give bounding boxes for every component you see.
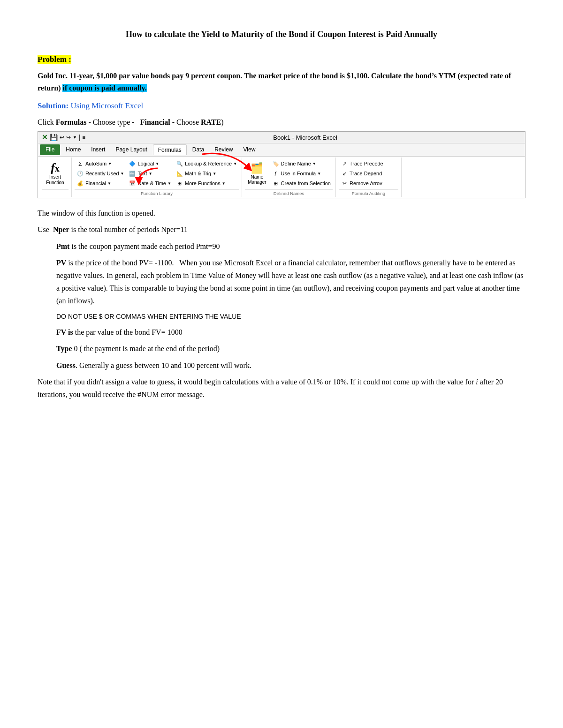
trace-dependents-icon: ↙ [341, 170, 348, 177]
formula-auditing-group-label: Formula Auditing [339, 189, 398, 196]
dropdown-icon: ▼ [73, 135, 77, 140]
logical-button[interactable]: 🔷 Logical ▼ [127, 159, 173, 168]
customize-icon: ≡ [83, 135, 85, 140]
excel-menu-bar: File Home Insert Page Layout Formulas Da… [38, 143, 525, 157]
date-time-arrow: ▼ [167, 181, 171, 186]
formula-auditing-group: ↗ Trace Precede ↙ Trace Depend ✂ Remove … [336, 158, 402, 197]
recently-used-button[interactable]: 🕐 Recently Used ▼ [75, 169, 126, 178]
name-manager-label: NameManager [248, 174, 266, 185]
define-name-button[interactable]: 🏷️ Define Name ▼ [270, 159, 333, 168]
tab-formulas[interactable]: Formulas [153, 144, 187, 155]
tab-home[interactable]: Home [61, 144, 85, 155]
tab-page-layout[interactable]: Page Layout [111, 144, 152, 155]
tab-view[interactable]: View [239, 144, 260, 155]
do-not-text: DO NOT USE $ OR COMMAS WHEN ENTERING THE… [56, 311, 525, 323]
more-functions-button[interactable]: ⊞ More Functions ▼ [174, 179, 239, 188]
window-opened-text: The window of this function is opened. [38, 207, 525, 219]
date-time-icon: 📅 [129, 180, 136, 187]
use-in-formula-label: Use in Formula [281, 171, 316, 176]
insert-function-button[interactable]: fx InsertFunction [42, 159, 68, 188]
math-trig-icon: 📐 [176, 170, 183, 177]
name-manager-button[interactable]: 🗂️ NameManager [245, 159, 269, 188]
pv-text: PV is the price of the bond PV= -1100. W… [38, 256, 525, 308]
excel-title-bar: ✕ 💾 ↩ ↪ ▼ | ≡ Book1 - Microsoft Excel [38, 132, 525, 143]
formula-auditing-col: ↗ Trace Precede ↙ Trace Depend ✂ Remove … [339, 159, 385, 188]
more-functions-icon: ⊞ [176, 180, 183, 187]
financial-button[interactable]: 💰 Financial ▼ [75, 179, 126, 188]
page-title: How to calculate the Yield to Maturity o… [38, 28, 525, 41]
define-name-label: Define Name [281, 161, 311, 166]
guess-text: Guess. Generally a guess between 10 and … [38, 359, 525, 372]
click-instruction: Click Formulas - Choose type - Financial… [38, 118, 525, 127]
trace-dependents-label: Trace Depend [350, 171, 382, 176]
defined-names-col: 🏷️ Define Name ▼ ƒ Use in Formula ▼ ⊞ Cr… [270, 159, 333, 188]
sigma-icon: Σ [76, 160, 84, 167]
trace-precedents-label: Trace Precede [350, 161, 383, 166]
save-icon: 💾 [50, 134, 58, 141]
logical-label: Logical [137, 161, 154, 166]
create-from-selection-label: Create from Selection [281, 180, 331, 186]
function-library-col1: Σ AutoSum ▼ 🕐 Recently Used ▼ 💰 Financia… [75, 159, 126, 188]
insert-function-group-label [42, 189, 68, 196]
title-bar-icons: ✕ 💾 ↩ ↪ ▼ | ≡ [42, 133, 85, 142]
trace-dependents-button[interactable]: ↙ Trace Depend [339, 169, 385, 178]
use-in-formula-button[interactable]: ƒ Use in Formula ▼ [270, 169, 333, 178]
lookup-ref-label: Lookup & Reference [185, 161, 232, 166]
function-library-col2: 🔷 Logical ▼ 🔤 Text ▼ 📅 Date & Time [127, 159, 173, 188]
trace-precedents-icon: ↗ [341, 160, 348, 167]
more-functions-arrow: ▼ [222, 181, 226, 186]
insert-function-group: fx InsertFunction [39, 158, 72, 197]
undo-icon: ↩ [60, 134, 64, 141]
define-name-arrow: ▼ [312, 162, 316, 166]
recently-used-icon: 🕐 [76, 170, 84, 177]
problem-text: Gold Inc. 11-year, $1,000 par value bond… [38, 70, 525, 94]
text-button[interactable]: 🔤 Text ▼ [127, 169, 173, 178]
tab-review[interactable]: Review [210, 144, 237, 155]
defined-names-group-label: Defined Names [245, 189, 333, 196]
fv-text: FV is the par value of the bond FV= 1000 [38, 326, 525, 338]
create-from-selection-icon: ⊞ [272, 180, 280, 187]
autosum-button[interactable]: Σ AutoSum ▼ [75, 159, 126, 168]
use-in-formula-arrow: ▼ [317, 172, 321, 176]
lookup-ref-button[interactable]: 🔍 Lookup & Reference ▼ [174, 159, 239, 168]
tab-insert[interactable]: Insert [86, 144, 110, 155]
text-icon: 🔤 [129, 170, 136, 177]
note-text: Note that if you didn't assign a value t… [38, 375, 525, 401]
function-library-group-label: Function Library [75, 189, 239, 196]
define-name-icon: 🏷️ [272, 160, 280, 167]
logical-arrow: ▼ [155, 162, 159, 166]
excel-ribbon: fx InsertFunction Σ AutoSum ▼ [38, 157, 525, 198]
math-trig-label: Math & Trig [185, 171, 211, 176]
redo-icon: ↪ [66, 134, 71, 141]
create-from-selection-button[interactable]: ⊞ Create from Selection [270, 179, 333, 188]
pmt-text: Pmt is the coupon payment made each peri… [38, 240, 525, 253]
text-arrow: ▼ [149, 172, 152, 176]
recently-used-label: Recently Used [85, 171, 119, 176]
page-container: How to calculate the Yield to Maturity o… [38, 28, 525, 401]
remove-arrows-button[interactable]: ✂ Remove Arrov [339, 179, 385, 188]
financial-icon: 💰 [76, 180, 84, 187]
separator: | [79, 134, 81, 141]
date-time-label: Date & Time [137, 180, 166, 186]
problem-label: Problem : [38, 55, 525, 64]
financial-arrow: ▼ [107, 181, 111, 186]
remove-arrows-label: Remove Arrov [350, 180, 382, 186]
logical-icon: 🔷 [129, 160, 136, 167]
tab-data[interactable]: Data [188, 144, 209, 155]
type-text: Type 0 ( the payment is made at the end … [38, 342, 525, 355]
financial-label: Financial [85, 180, 106, 186]
defined-names-group: 🗂️ NameManager 🏷️ Define Name ▼ ƒ Use in… [242, 158, 336, 197]
autosum-arrow: ▼ [108, 162, 112, 166]
recently-used-arrow: ▼ [121, 172, 124, 176]
trace-precedents-button[interactable]: ↗ Trace Precede [339, 159, 385, 168]
date-time-button[interactable]: 📅 Date & Time ▼ [127, 179, 173, 188]
math-trig-button[interactable]: 📐 Math & Trig ▼ [174, 169, 239, 178]
name-manager-icon: 🗂️ [251, 162, 263, 174]
math-trig-arrow: ▼ [213, 172, 216, 176]
more-functions-label: More Functions [185, 180, 221, 186]
function-library-col3: 🔍 Lookup & Reference ▼ 📐 Math & Trig ▼ ⊞… [174, 159, 239, 188]
text-label: Text [137, 171, 147, 176]
insert-function-label: InsertFunction [46, 174, 64, 186]
excel-icon: ✕ [42, 133, 48, 142]
tab-file[interactable]: File [40, 144, 60, 155]
